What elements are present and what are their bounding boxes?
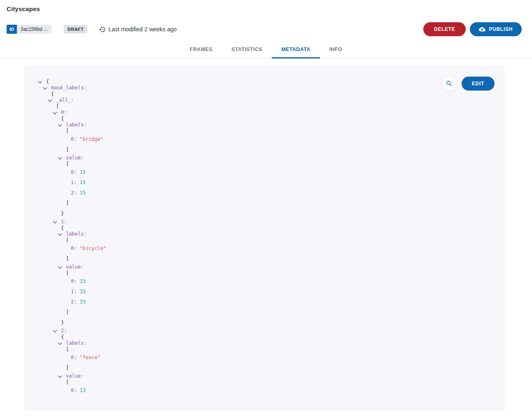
json-string-value: "bicycle" bbox=[79, 245, 106, 252]
collapse-chevron-icon[interactable] bbox=[53, 221, 61, 223]
delete-button[interactable]: DELETE bbox=[423, 22, 466, 36]
publish-button[interactable]: PUBLISH bbox=[470, 22, 522, 36]
json-tree-row: 0:"bicycle" bbox=[38, 245, 447, 252]
json-key: labels: bbox=[66, 231, 87, 237]
tab-statistics[interactable]: STATISTICS bbox=[222, 41, 272, 58]
json-key: 0: bbox=[71, 278, 77, 285]
json-tree-row: mask_labels: bbox=[38, 85, 447, 91]
json-tree-row: [ bbox=[38, 237, 447, 243]
json-tree-row: ] bbox=[38, 365, 447, 371]
json-bracket: } bbox=[61, 320, 64, 326]
json-tree-row: 0:33 bbox=[38, 278, 447, 285]
json-bracket: [ bbox=[66, 128, 69, 134]
json-key: labels: bbox=[66, 122, 87, 128]
json-tree-row: ] bbox=[38, 256, 447, 262]
publish-button-label: PUBLISH bbox=[489, 26, 513, 32]
json-key: value: bbox=[66, 155, 84, 161]
json-tree-row: 0:"fence" bbox=[38, 355, 447, 361]
json-key: value: bbox=[66, 264, 84, 270]
edit-button[interactable]: EDIT bbox=[462, 77, 495, 91]
json-key: 2: bbox=[71, 299, 77, 305]
json-bracket: [ bbox=[56, 103, 59, 110]
page-title: Cityscapes bbox=[7, 5, 40, 12]
json-bracket: ] bbox=[66, 365, 69, 371]
json-bracket: } bbox=[61, 210, 64, 217]
json-tree-row: 0:15 bbox=[38, 169, 447, 175]
json-bracket: [ bbox=[66, 379, 69, 385]
json-number-value: 33 bbox=[79, 299, 85, 305]
json-key: value: bbox=[66, 373, 84, 379]
json-tree-row: [ bbox=[38, 270, 447, 276]
json-key: 0: bbox=[71, 388, 77, 394]
json-number-value: 33 bbox=[79, 278, 85, 285]
collapse-chevron-icon[interactable] bbox=[58, 376, 66, 377]
json-tree-row: { bbox=[38, 116, 447, 122]
cloud-upload-icon bbox=[479, 26, 485, 33]
json-number-value: 15 bbox=[79, 180, 85, 186]
json-key: 2: bbox=[71, 190, 77, 196]
json-tree-row: 1: bbox=[38, 219, 447, 225]
collapse-chevron-icon[interactable] bbox=[58, 157, 66, 159]
tab-frames[interactable]: FRAMES bbox=[180, 41, 222, 58]
json-key: 0: bbox=[71, 245, 77, 252]
json-tree-row: } bbox=[38, 210, 447, 217]
json-tree-row: } bbox=[38, 320, 447, 326]
collapse-chevron-icon[interactable] bbox=[38, 81, 46, 83]
json-key: 1: bbox=[71, 289, 77, 295]
json-bracket: [ bbox=[66, 237, 69, 243]
json-tree-row: { bbox=[38, 79, 447, 85]
json-key: mask_labels: bbox=[51, 85, 87, 91]
collapse-chevron-icon[interactable] bbox=[53, 112, 61, 114]
json-tree-row: ] bbox=[38, 147, 447, 153]
json-number-value: 13 bbox=[79, 388, 85, 394]
json-tree-row: 2: bbox=[38, 328, 447, 334]
json-tree-row: 2:33 bbox=[38, 299, 447, 305]
json-bracket: { bbox=[46, 79, 49, 85]
json-key: 2: bbox=[61, 328, 67, 334]
panel-toolbar: EDIT bbox=[441, 76, 495, 91]
json-tree: {mask_labels:{_all_:[0:{labels:[0:"bridg… bbox=[38, 79, 447, 396]
json-tree-row: [ bbox=[38, 161, 447, 167]
last-modified: Last modified 2 weeks ago bbox=[99, 26, 177, 33]
collapse-chevron-icon[interactable] bbox=[58, 234, 66, 235]
last-modified-text: Last modified 2 weeks ago bbox=[108, 26, 177, 33]
json-bracket: [ bbox=[66, 161, 69, 167]
json-tree-row: [ bbox=[38, 346, 447, 353]
json-bracket: ] bbox=[66, 200, 69, 206]
json-bracket: { bbox=[61, 225, 64, 231]
json-tree-row: value: bbox=[38, 155, 447, 161]
metadata-panel: {mask_labels:{_all_:[0:{labels:[0:"bridg… bbox=[24, 66, 505, 411]
json-tree-row: [ bbox=[38, 128, 447, 134]
json-string-value: "fence" bbox=[79, 355, 100, 361]
collapse-chevron-icon[interactable] bbox=[48, 100, 56, 101]
json-bracket: { bbox=[61, 334, 64, 340]
json-tree-row: 2:15 bbox=[38, 190, 447, 196]
collapse-chevron-icon[interactable] bbox=[58, 343, 66, 344]
json-tree-row: { bbox=[38, 225, 447, 231]
json-key: 0: bbox=[71, 169, 77, 175]
tab-metadata[interactable]: METADATA bbox=[272, 41, 320, 58]
collapse-chevron-icon[interactable] bbox=[58, 124, 66, 126]
id-badge-label: ID bbox=[7, 25, 17, 34]
json-tree-row: labels: bbox=[38, 231, 447, 237]
collapse-chevron-icon[interactable] bbox=[58, 266, 66, 268]
json-string-value: "bridge" bbox=[79, 136, 103, 142]
dataset-id-badge[interactable]: ID 3ac156bd ... bbox=[7, 25, 51, 34]
json-key: 1: bbox=[61, 219, 67, 225]
tab-info[interactable]: INFO bbox=[320, 41, 352, 58]
collapse-chevron-icon[interactable] bbox=[53, 330, 61, 332]
json-key: 1: bbox=[71, 180, 77, 186]
collapse-chevron-icon[interactable] bbox=[43, 87, 51, 89]
json-tree-row: { bbox=[38, 91, 447, 97]
json-tree-row: value: bbox=[38, 373, 447, 379]
status-badge: DRAFT bbox=[64, 25, 87, 33]
json-number-value: 15 bbox=[79, 190, 85, 196]
json-tree-row: 1:33 bbox=[38, 289, 447, 295]
json-tree-row: 0:13 bbox=[38, 388, 447, 394]
json-tree-row: 0: bbox=[38, 110, 447, 116]
json-bracket: ] bbox=[66, 147, 69, 153]
json-bracket: { bbox=[61, 116, 64, 122]
json-tree-row: labels: bbox=[38, 340, 447, 346]
meta-action-bar: ID 3ac156bd ... DRAFT Last modified 2 we… bbox=[7, 22, 522, 36]
search-button[interactable] bbox=[441, 76, 457, 91]
